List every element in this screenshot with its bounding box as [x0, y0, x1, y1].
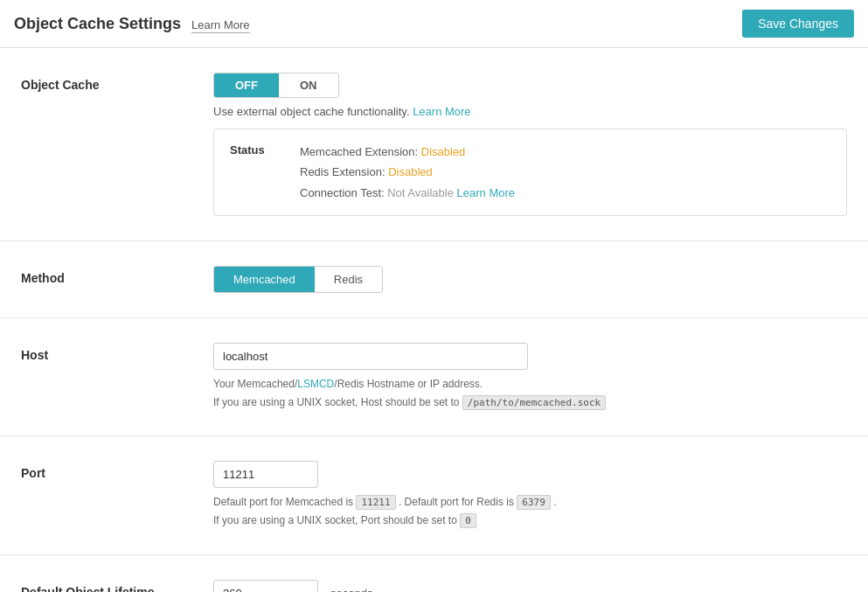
method-memcached-button[interactable]: Memcached: [214, 267, 315, 292]
port-input[interactable]: [213, 461, 318, 488]
method-content: Memcached Redis: [213, 266, 847, 293]
page-title: Object Cache Settings: [14, 15, 181, 33]
lifetime-content: seconds Default TTL for cached objects.: [213, 580, 847, 592]
lifetime-input[interactable]: [213, 580, 318, 592]
port-content: Default port for Memcached is 11211 . De…: [213, 461, 847, 529]
host-input[interactable]: [213, 343, 528, 370]
method-redis-button[interactable]: Redis: [315, 267, 382, 292]
method-section: Method Memcached Redis: [0, 241, 868, 318]
lifetime-unit: seconds: [330, 587, 372, 592]
redis-extension-value: Disabled: [388, 165, 433, 178]
port-label: Port: [21, 461, 213, 480]
header-learn-more-link[interactable]: Learn More: [191, 18, 249, 33]
status-label: Status: [230, 142, 282, 203]
content-area: Object Cache OFF ON Use external object …: [0, 48, 868, 592]
host-section: Host Your Memcached/LSMCD/Redis Hostname…: [0, 318, 868, 436]
object-cache-content: OFF ON Use external object cache functio…: [213, 73, 847, 216]
host-content: Your Memcached/LSMCD/Redis Hostname or I…: [213, 343, 847, 411]
object-cache-label: Object Cache: [21, 73, 213, 92]
toggle-off-button[interactable]: OFF: [214, 73, 279, 97]
connection-test-value: Not Available: [387, 186, 454, 199]
memcached-extension-value: Disabled: [421, 145, 466, 158]
lifetime-section: Default Object Lifetime seconds Default …: [0, 555, 868, 592]
connection-test-learn-more-link[interactable]: Learn More: [457, 186, 515, 199]
port-unix-default: 0: [460, 513, 476, 528]
lifetime-row: seconds: [213, 580, 847, 592]
toggle-on-button[interactable]: ON: [279, 73, 338, 97]
top-bar-left: Object Cache Settings Learn More: [14, 15, 250, 33]
host-code-hint: /path/to/memcached.sock: [462, 395, 606, 410]
object-cache-learn-more-link[interactable]: Learn More: [413, 105, 470, 118]
method-label: Method: [21, 266, 213, 285]
port-hint: Default port for Memcached is 11211 . De…: [213, 493, 847, 529]
host-label: Host: [21, 343, 213, 362]
redis-extension-status: Redis Extension: Disabled: [300, 162, 515, 182]
host-hint1: Your Memcached/LSMCD/Redis Hostname or I…: [213, 375, 847, 411]
object-cache-description: Use external object cache functionality.…: [213, 105, 847, 118]
save-changes-button[interactable]: Save Changes: [742, 10, 854, 38]
object-cache-toggle: OFF ON: [213, 73, 339, 98]
lsmcd-link[interactable]: LSMCD: [297, 378, 334, 390]
port-memcached-default: 11211: [356, 495, 395, 510]
object-cache-section: Object Cache OFF ON Use external object …: [0, 48, 868, 241]
method-toggle: Memcached Redis: [213, 266, 383, 293]
lifetime-label: Default Object Lifetime: [21, 580, 213, 592]
memcached-extension-status: Memcached Extension: Disabled: [300, 142, 515, 162]
status-lines: Memcached Extension: Disabled Redis Exte…: [300, 142, 515, 203]
port-redis-default: 6379: [517, 495, 551, 510]
top-bar: Object Cache Settings Learn More Save Ch…: [0, 0, 868, 48]
status-box: Status Memcached Extension: Disabled Red…: [213, 129, 847, 216]
connection-test-status: Connection Test: Not Available Learn Mor…: [300, 183, 515, 203]
port-section: Port Default port for Memcached is 11211…: [0, 436, 868, 554]
